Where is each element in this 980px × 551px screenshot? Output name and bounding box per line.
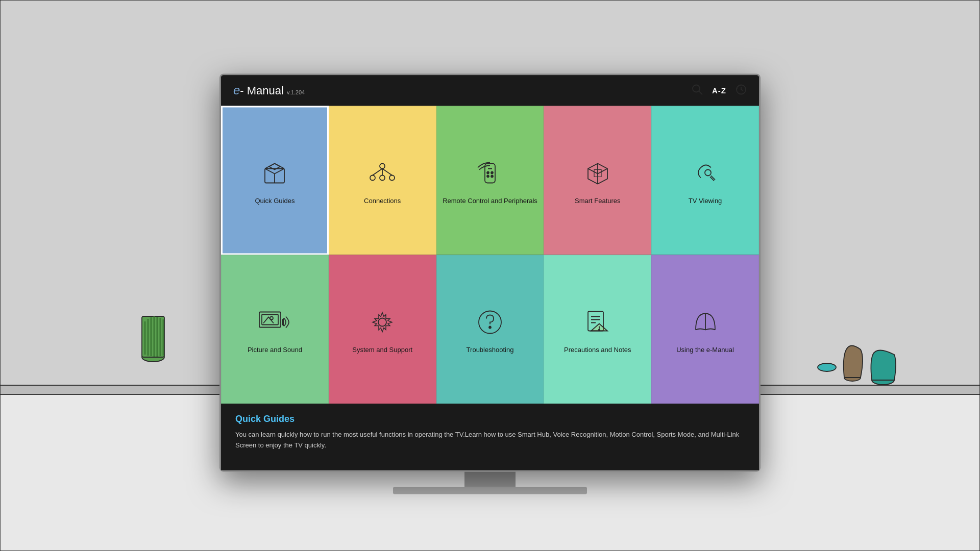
svg-line-20	[265, 168, 275, 173]
label-troubleshooting: Troubleshooting	[467, 346, 514, 355]
svg-point-32	[487, 171, 489, 173]
svg-line-29	[382, 168, 392, 175]
app-title: e - Manual v.1.204	[233, 83, 305, 97]
icon-troubleshooting	[472, 304, 508, 340]
tv-base	[393, 487, 587, 494]
tv-screen: e - Manual v.1.204 A-Z	[221, 75, 759, 470]
tv-stand	[393, 471, 587, 494]
label-precautions: Precautions and Notes	[564, 346, 631, 355]
icon-tv-viewing	[688, 155, 723, 191]
icon-picture-sound	[257, 304, 292, 340]
description-title: Quick Guides	[235, 414, 745, 424]
svg-point-25	[380, 175, 385, 180]
tv-neck	[464, 471, 516, 487]
grid-item-smart-features[interactable]: Smart Features	[544, 106, 651, 255]
icon-connections	[364, 155, 400, 191]
label-connections: Connections	[364, 197, 401, 206]
svg-point-36	[705, 169, 711, 176]
description-panel: Quick Guides You can learn quickly how t…	[221, 404, 759, 470]
icon-smart-features	[580, 155, 616, 191]
icon-using-emanual	[688, 304, 723, 340]
grid-item-connections[interactable]: Connections	[329, 106, 436, 255]
label-tv-viewing: TV Viewing	[689, 197, 722, 206]
grid-item-quick-guides[interactable]: Quick Guides	[221, 106, 329, 255]
icon-system-support	[364, 304, 400, 340]
history-icon[interactable]	[736, 84, 747, 97]
svg-rect-30	[485, 163, 495, 183]
menu-grid: Quick Guides Connections	[221, 106, 759, 404]
grid-item-troubleshooting[interactable]: Troubleshooting	[436, 255, 544, 404]
description-text: You can learn quickly how to run the mos…	[235, 430, 745, 451]
grid-item-precautions[interactable]: Precautions and Notes	[544, 255, 651, 404]
label-system-support: System and Support	[352, 346, 412, 355]
grid-item-tv-viewing[interactable]: TV Viewing	[651, 106, 759, 255]
grid-item-remote-control[interactable]: Remote Control and Peripherals	[436, 106, 544, 255]
svg-point-41	[270, 317, 273, 320]
label-using-emanual: Using the e-Manual	[676, 346, 734, 355]
search-icon[interactable]	[692, 84, 703, 97]
svg-point-45	[489, 326, 491, 328]
az-label[interactable]: A-Z	[712, 86, 726, 95]
svg-line-17	[699, 91, 702, 94]
grid-item-using-emanual[interactable]: Using the e-Manual	[651, 255, 759, 404]
svg-point-16	[693, 85, 700, 92]
svg-point-33	[491, 171, 493, 173]
svg-point-24	[370, 175, 375, 180]
label-quick-guides: Quick Guides	[255, 197, 295, 206]
svg-point-23	[380, 163, 385, 168]
svg-line-27	[373, 168, 382, 175]
grid-item-system-support[interactable]: System and Support	[329, 255, 436, 404]
title-main: - Manual	[240, 84, 284, 97]
grid-item-picture-sound[interactable]: Picture and Sound	[221, 255, 329, 404]
svg-point-3	[818, 363, 836, 371]
tv-frame: e - Manual v.1.204 A-Z	[219, 73, 761, 471]
header-toolbar: A-Z	[692, 84, 747, 97]
icon-precautions	[580, 304, 616, 340]
title-e: e	[233, 83, 240, 97]
svg-point-35	[491, 175, 493, 177]
label-picture-sound: Picture and Sound	[248, 346, 302, 355]
label-smart-features: Smart Features	[575, 197, 621, 206]
label-remote-control: Remote Control and Peripherals	[443, 197, 537, 206]
svg-line-21	[275, 168, 284, 173]
icon-remote-control	[472, 155, 508, 191]
svg-point-51	[599, 329, 600, 330]
app-header: e - Manual v.1.204 A-Z	[221, 75, 759, 106]
svg-point-43	[378, 318, 386, 326]
svg-marker-42	[282, 318, 284, 327]
svg-point-26	[389, 175, 395, 180]
icon-quick-guides	[257, 155, 292, 191]
svg-point-34	[487, 175, 489, 177]
version-label: v.1.204	[287, 89, 305, 95]
